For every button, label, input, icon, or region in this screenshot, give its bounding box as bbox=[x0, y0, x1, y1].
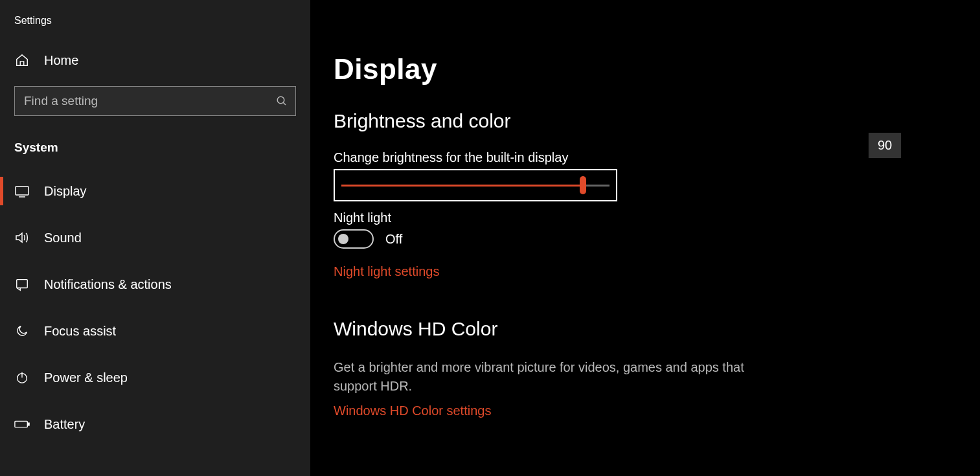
section-brightness-heading: Brightness and color bbox=[334, 110, 954, 132]
slider-track bbox=[341, 185, 610, 187]
night-light-toggle[interactable] bbox=[334, 229, 374, 249]
app-title: Settings bbox=[0, 10, 310, 46]
slider-tooltip: 90 bbox=[869, 133, 901, 158]
sidebar: Settings Home System Display bbox=[0, 0, 310, 476]
search-input[interactable] bbox=[24, 94, 276, 108]
slider-thumb[interactable] bbox=[580, 176, 586, 194]
night-light-label: Night light bbox=[334, 210, 954, 225]
sidebar-item-battery[interactable]: Battery bbox=[0, 406, 310, 442]
sidebar-category: System bbox=[0, 129, 310, 173]
svg-rect-2 bbox=[16, 187, 28, 195]
toggle-knob bbox=[338, 234, 348, 244]
display-icon bbox=[14, 183, 30, 199]
brightness-label: Change brightness for the built-in displ… bbox=[334, 150, 954, 165]
focus-icon bbox=[14, 323, 30, 339]
night-light-settings-link[interactable]: Night light settings bbox=[334, 264, 439, 279]
sidebar-item-label: Notifications & actions bbox=[44, 277, 172, 292]
svg-rect-4 bbox=[17, 280, 28, 288]
sidebar-item-notifications[interactable]: Notifications & actions bbox=[0, 266, 310, 302]
sidebar-item-power-sleep[interactable]: Power & sleep bbox=[0, 359, 310, 396]
search-box[interactable] bbox=[14, 86, 296, 116]
sidebar-item-label: Battery bbox=[44, 417, 85, 432]
sidebar-item-focus-assist[interactable]: Focus assist bbox=[0, 313, 310, 349]
home-icon bbox=[14, 52, 30, 68]
sidebar-item-label: Home bbox=[44, 53, 78, 68]
content-area: Display Brightness and color Change brig… bbox=[310, 0, 980, 476]
svg-rect-7 bbox=[15, 421, 27, 427]
hdcolor-settings-link[interactable]: Windows HD Color settings bbox=[334, 403, 491, 418]
power-icon bbox=[14, 370, 30, 385]
toggle-state-label: Off bbox=[385, 232, 402, 247]
svg-rect-8 bbox=[28, 423, 29, 425]
hdcolor-description: Get a brighter and more vibrant picture … bbox=[334, 358, 781, 396]
slider-fill bbox=[341, 185, 583, 187]
sidebar-item-label: Power & sleep bbox=[44, 370, 128, 385]
sidebar-item-display[interactable]: Display bbox=[0, 173, 310, 209]
sidebar-item-sound[interactable]: Sound bbox=[0, 220, 310, 256]
sidebar-item-label: Focus assist bbox=[44, 324, 116, 339]
battery-icon bbox=[14, 416, 30, 432]
sidebar-item-home[interactable]: Home bbox=[0, 46, 310, 74]
section-hdcolor-heading: Windows HD Color bbox=[334, 318, 954, 340]
notifications-icon bbox=[14, 277, 30, 292]
svg-line-1 bbox=[283, 102, 286, 105]
search-icon bbox=[276, 95, 288, 107]
sidebar-item-label: Sound bbox=[44, 231, 82, 245]
brightness-slider[interactable] bbox=[334, 169, 617, 201]
svg-point-0 bbox=[277, 96, 284, 104]
sound-icon bbox=[14, 230, 30, 245]
sidebar-item-label: Display bbox=[44, 184, 87, 199]
page-title: Display bbox=[334, 53, 954, 85]
